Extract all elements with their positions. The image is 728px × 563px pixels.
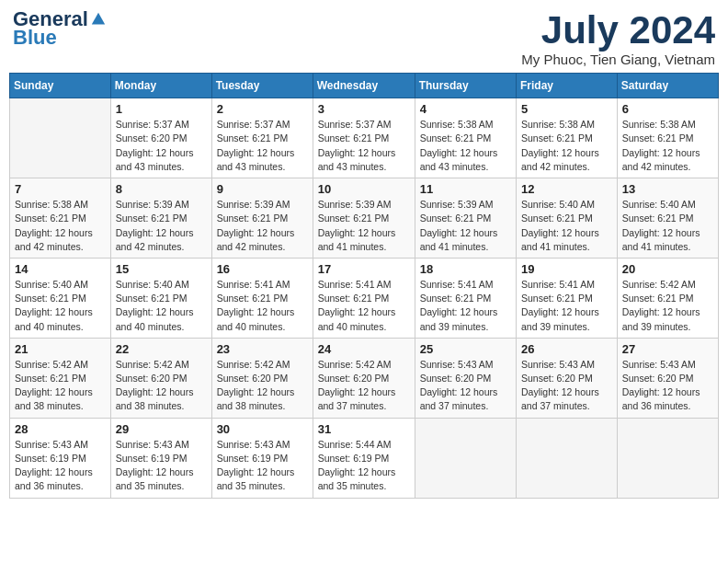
day-number: 14 [15, 262, 106, 276]
day-number: 19 [521, 262, 612, 276]
calendar-cell: 14Sunrise: 5:40 AMSunset: 6:21 PMDayligh… [10, 258, 111, 338]
calendar-cell: 8Sunrise: 5:39 AMSunset: 6:21 PMDaylight… [110, 178, 211, 259]
day-detail: Sunrise: 5:37 AMSunset: 6:21 PMDaylight:… [318, 118, 410, 174]
day-number: 4 [420, 102, 511, 116]
calendar-header-row: SundayMondayTuesdayWednesdayThursdayFrid… [10, 74, 719, 98]
day-detail: Sunrise: 5:41 AMSunset: 6:21 PMDaylight:… [521, 278, 612, 334]
day-detail: Sunrise: 5:43 AMSunset: 6:20 PMDaylight:… [521, 358, 612, 414]
day-number: 28 [15, 422, 106, 436]
day-detail: Sunrise: 5:40 AMSunset: 6:21 PMDaylight:… [521, 198, 612, 254]
calendar-cell: 7Sunrise: 5:38 AMSunset: 6:21 PMDaylight… [10, 178, 111, 259]
logo-blue: Blue [13, 26, 57, 50]
day-number: 23 [217, 342, 308, 356]
day-detail: Sunrise: 5:41 AMSunset: 6:21 PMDaylight:… [217, 278, 308, 334]
page-header: General Blue July 2024 My Phuoc, Tien Gi… [9, 9, 719, 67]
day-detail: Sunrise: 5:42 AMSunset: 6:21 PMDaylight:… [622, 278, 713, 334]
day-number: 11 [420, 182, 511, 196]
day-detail: Sunrise: 5:39 AMSunset: 6:21 PMDaylight:… [116, 198, 207, 254]
day-detail: Sunrise: 5:42 AMSunset: 6:20 PMDaylight:… [318, 358, 410, 414]
calendar-week-3: 14Sunrise: 5:40 AMSunset: 6:21 PMDayligh… [10, 258, 719, 338]
calendar-cell: 25Sunrise: 5:43 AMSunset: 6:20 PMDayligh… [415, 338, 516, 418]
day-detail: Sunrise: 5:38 AMSunset: 6:21 PMDaylight:… [622, 118, 713, 174]
day-number: 18 [420, 262, 511, 276]
day-detail: Sunrise: 5:43 AMSunset: 6:19 PMDaylight:… [116, 438, 207, 494]
day-detail: Sunrise: 5:40 AMSunset: 6:21 PMDaylight:… [622, 198, 713, 254]
day-detail: Sunrise: 5:43 AMSunset: 6:20 PMDaylight:… [420, 358, 511, 414]
day-number: 22 [116, 342, 207, 356]
day-number: 17 [318, 262, 410, 276]
day-detail: Sunrise: 5:38 AMSunset: 6:21 PMDaylight:… [521, 118, 612, 174]
col-header-saturday: Saturday [617, 74, 718, 98]
day-detail: Sunrise: 5:44 AMSunset: 6:19 PMDaylight:… [318, 438, 410, 494]
day-number: 31 [318, 422, 410, 436]
calendar-cell: 16Sunrise: 5:41 AMSunset: 6:21 PMDayligh… [211, 258, 313, 338]
calendar-cell: 11Sunrise: 5:39 AMSunset: 6:21 PMDayligh… [415, 178, 516, 259]
day-detail: Sunrise: 5:42 AMSunset: 6:20 PMDaylight:… [217, 358, 308, 414]
day-number: 12 [521, 182, 612, 196]
calendar-cell: 23Sunrise: 5:42 AMSunset: 6:20 PMDayligh… [211, 338, 313, 418]
day-detail: Sunrise: 5:41 AMSunset: 6:21 PMDaylight:… [420, 278, 511, 334]
calendar-cell [415, 418, 516, 498]
day-number: 2 [217, 102, 308, 116]
day-number: 26 [521, 342, 612, 356]
location: My Phuoc, Tien Giang, Vietnam [521, 52, 715, 67]
calendar-cell: 26Sunrise: 5:43 AMSunset: 6:20 PMDayligh… [517, 338, 618, 418]
col-header-tuesday: Tuesday [211, 74, 313, 98]
calendar-cell: 27Sunrise: 5:43 AMSunset: 6:20 PMDayligh… [617, 338, 718, 418]
day-detail: Sunrise: 5:38 AMSunset: 6:21 PMDaylight:… [420, 118, 511, 174]
logo: General Blue [13, 9, 107, 50]
calendar-cell: 9Sunrise: 5:39 AMSunset: 6:21 PMDaylight… [211, 178, 313, 259]
calendar-cell: 22Sunrise: 5:42 AMSunset: 6:20 PMDayligh… [110, 338, 211, 418]
day-detail: Sunrise: 5:43 AMSunset: 6:19 PMDaylight:… [15, 438, 106, 494]
calendar-cell [617, 418, 718, 498]
day-detail: Sunrise: 5:37 AMSunset: 6:20 PMDaylight:… [116, 118, 207, 174]
day-number: 8 [116, 182, 207, 196]
day-number: 21 [15, 342, 106, 356]
day-detail: Sunrise: 5:42 AMSunset: 6:21 PMDaylight:… [15, 358, 106, 414]
calendar-cell: 2Sunrise: 5:37 AMSunset: 6:21 PMDaylight… [211, 98, 313, 178]
calendar-cell: 17Sunrise: 5:41 AMSunset: 6:21 PMDayligh… [313, 258, 415, 338]
day-detail: Sunrise: 5:40 AMSunset: 6:21 PMDaylight:… [116, 278, 207, 334]
month-year: July 2024 [521, 9, 715, 52]
day-number: 27 [622, 342, 713, 356]
calendar-cell: 3Sunrise: 5:37 AMSunset: 6:21 PMDaylight… [313, 98, 415, 178]
day-number: 9 [217, 182, 308, 196]
day-number: 7 [15, 182, 106, 196]
col-header-thursday: Thursday [415, 74, 516, 98]
calendar-table: SundayMondayTuesdayWednesdayThursdayFrid… [9, 73, 719, 498]
col-header-sunday: Sunday [10, 74, 111, 98]
day-number: 6 [622, 102, 713, 116]
calendar-week-1: 1Sunrise: 5:37 AMSunset: 6:20 PMDaylight… [10, 98, 719, 178]
calendar-cell: 6Sunrise: 5:38 AMSunset: 6:21 PMDaylight… [617, 98, 718, 178]
col-header-monday: Monday [110, 74, 211, 98]
calendar-cell [10, 98, 111, 178]
calendar-cell [517, 418, 618, 498]
day-number: 25 [420, 342, 511, 356]
calendar-week-2: 7Sunrise: 5:38 AMSunset: 6:21 PMDaylight… [10, 178, 719, 259]
title-area: July 2024 My Phuoc, Tien Giang, Vietnam [521, 9, 715, 67]
calendar-cell: 4Sunrise: 5:38 AMSunset: 6:21 PMDaylight… [415, 98, 516, 178]
day-number: 3 [318, 102, 410, 116]
day-detail: Sunrise: 5:43 AMSunset: 6:20 PMDaylight:… [622, 358, 713, 414]
day-detail: Sunrise: 5:37 AMSunset: 6:21 PMDaylight:… [217, 118, 308, 174]
day-detail: Sunrise: 5:40 AMSunset: 6:21 PMDaylight:… [15, 278, 106, 334]
day-detail: Sunrise: 5:39 AMSunset: 6:21 PMDaylight:… [217, 198, 308, 254]
day-number: 15 [116, 262, 207, 276]
calendar-cell: 12Sunrise: 5:40 AMSunset: 6:21 PMDayligh… [517, 178, 618, 259]
calendar-cell: 20Sunrise: 5:42 AMSunset: 6:21 PMDayligh… [617, 258, 718, 338]
calendar-cell: 30Sunrise: 5:43 AMSunset: 6:19 PMDayligh… [211, 418, 313, 498]
day-detail: Sunrise: 5:39 AMSunset: 6:21 PMDaylight:… [420, 198, 511, 254]
calendar-cell: 24Sunrise: 5:42 AMSunset: 6:20 PMDayligh… [313, 338, 415, 418]
day-detail: Sunrise: 5:39 AMSunset: 6:21 PMDaylight:… [318, 198, 410, 254]
calendar-week-5: 28Sunrise: 5:43 AMSunset: 6:19 PMDayligh… [10, 418, 719, 498]
calendar-cell: 29Sunrise: 5:43 AMSunset: 6:19 PMDayligh… [110, 418, 211, 498]
logo-icon [90, 11, 107, 28]
day-number: 20 [622, 262, 713, 276]
day-number: 13 [622, 182, 713, 196]
day-number: 16 [217, 262, 308, 276]
calendar-cell: 5Sunrise: 5:38 AMSunset: 6:21 PMDaylight… [517, 98, 618, 178]
day-number: 30 [217, 422, 308, 436]
day-detail: Sunrise: 5:41 AMSunset: 6:21 PMDaylight:… [318, 278, 410, 334]
day-number: 10 [318, 182, 410, 196]
day-number: 29 [116, 422, 207, 436]
